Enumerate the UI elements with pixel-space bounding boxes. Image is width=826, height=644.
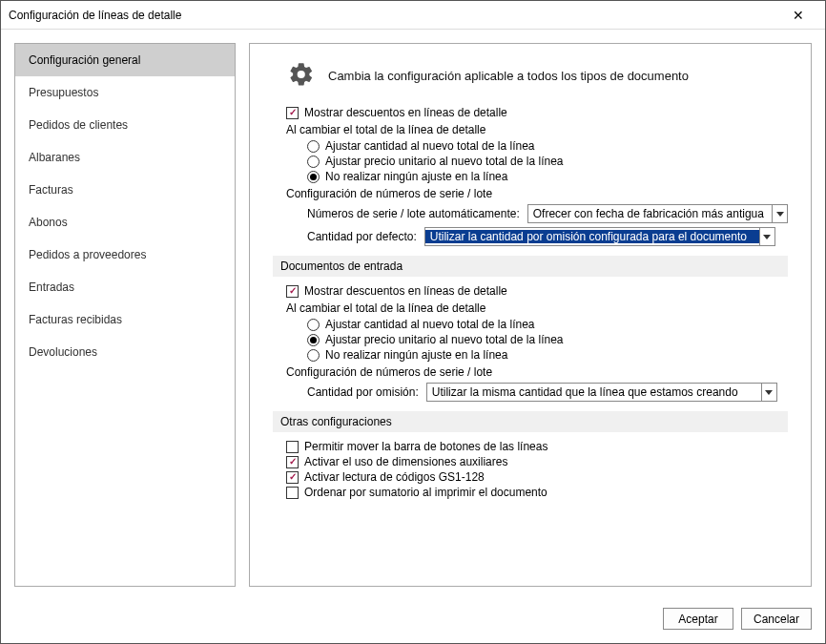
form-label-cantidad-defecto: Cantidad por defecto: xyxy=(307,230,417,243)
sidebar-item[interactable]: Configuración general xyxy=(15,44,235,76)
gear-icon xyxy=(288,61,315,91)
checkbox-label: Activar el uso de dimensiones auxiliares xyxy=(304,455,507,468)
checkbox-row[interactable]: Activar lectura de códigos GS1-128 xyxy=(286,470,788,484)
radio-row[interactable]: Ajustar precio unitario al nuevo total d… xyxy=(307,155,788,168)
sidebar-item[interactable]: Pedidos a proveedores xyxy=(15,239,235,271)
radio-label: No realizar ningún ajuste en la línea xyxy=(325,348,507,362)
radio-row[interactable]: Ajustar precio unitario al nuevo total d… xyxy=(307,333,788,346)
checkbox-label: Ordenar por sumatorio al imprimir el doc… xyxy=(304,486,547,499)
checkbox-icon xyxy=(286,107,299,119)
titlebar-title: Configuración de líneas de detalle xyxy=(9,9,779,22)
group-label-serie-entrada: Configuración de números de serie / lote xyxy=(286,365,788,379)
radio-icon xyxy=(307,334,320,346)
radio-row[interactable]: No realizar ningún ajuste en la línea xyxy=(307,348,788,362)
dialog-footer: Aceptar Cancelar xyxy=(1,600,825,643)
group-label-al-cambiar-salida: Al cambiar el total de la línea de detal… xyxy=(286,123,788,136)
sidebar-item[interactable]: Facturas recibidas xyxy=(15,303,235,336)
form-row-cantidad-defecto: Cantidad por defecto: Utilizar la cantid… xyxy=(307,227,788,246)
sidebar-item[interactable]: Albaranes xyxy=(15,141,235,174)
form-label-cantidad-omision: Cantidad por omisión: xyxy=(307,385,419,399)
radio-row[interactable]: Ajustar cantidad al nuevo total de la lí… xyxy=(307,318,788,331)
sidebar-item[interactable]: Pedidos de clientes xyxy=(15,109,235,141)
group-label-al-cambiar-entrada: Al cambiar el total de la línea de detal… xyxy=(286,301,788,315)
form-row-serie-auto: Números de serie / lote automáticamente:… xyxy=(307,204,788,223)
radio-icon xyxy=(307,171,320,183)
panel-header-title: Cambia la configuración aplicable a todo… xyxy=(328,69,689,83)
checkbox-icon xyxy=(286,285,299,298)
dialog-body: Configuración generalPresupuestosPedidos… xyxy=(1,30,825,600)
sidebar: Configuración generalPresupuestosPedidos… xyxy=(14,43,236,587)
section-header-otras: Otras configuraciones xyxy=(273,411,788,432)
sidebar-item[interactable]: Devoluciones xyxy=(15,336,235,368)
form-label-serie-auto: Números de serie / lote automáticamente: xyxy=(307,207,520,220)
main-panel: Cambia la configuración aplicable a todo… xyxy=(249,43,812,587)
close-icon[interactable]: ✕ xyxy=(779,2,817,29)
section-header-entrada: Documentos de entrada xyxy=(273,256,788,277)
radio-row[interactable]: Ajustar cantidad al nuevo total de la lí… xyxy=(307,139,788,153)
sidebar-item[interactable]: Abonos xyxy=(15,206,235,239)
radio-label: Ajustar cantidad al nuevo total de la lí… xyxy=(325,318,534,331)
radio-row[interactable]: No realizar ningún ajuste en la línea xyxy=(307,170,788,183)
sidebar-item[interactable]: Entradas xyxy=(15,271,235,303)
checkbox-row[interactable]: Ordenar por sumatorio al imprimir el doc… xyxy=(286,486,788,499)
combo-text: Utilizar la cantidad por omisión configu… xyxy=(425,230,759,243)
chevron-down-icon xyxy=(759,228,774,245)
checkbox-icon xyxy=(286,487,299,499)
checkbox-icon xyxy=(286,441,299,453)
checkbox-icon xyxy=(286,471,299,484)
radio-label: Ajustar precio unitario al nuevo total d… xyxy=(325,333,564,346)
panel-header: Cambia la configuración aplicable a todo… xyxy=(250,44,811,98)
radio-label: Ajustar cantidad al nuevo total de la lí… xyxy=(325,139,534,153)
radio-label: Ajustar precio unitario al nuevo total d… xyxy=(325,155,564,168)
combo-cantidad-omision[interactable]: Utilizar la misma cantidad que la línea … xyxy=(426,383,777,402)
accept-button-label: Aceptar xyxy=(678,613,717,626)
checkbox-row-mostrar-descuentos-salida[interactable]: Mostrar descuentos en líneas de detalle xyxy=(286,106,788,119)
dialog-window: Configuración de líneas de detalle ✕ Con… xyxy=(0,0,826,644)
content-scroll[interactable]: Mostrar descuentos en líneas de detalle … xyxy=(250,98,811,586)
accept-button[interactable]: Aceptar xyxy=(663,608,733,630)
checkbox-label: Mostrar descuentos en líneas de detalle xyxy=(304,284,507,298)
chevron-down-icon xyxy=(761,384,776,401)
radio-icon xyxy=(307,319,320,331)
cancel-button[interactable]: Cancelar xyxy=(741,608,812,630)
radio-icon xyxy=(307,140,320,153)
radio-icon xyxy=(307,156,320,168)
form-row-cantidad-omision: Cantidad por omisión: Utilizar la misma … xyxy=(307,383,788,402)
checkbox-label: Activar lectura de códigos GS1-128 xyxy=(304,470,485,484)
group-label-serie-salida: Configuración de números de serie / lote xyxy=(286,187,788,200)
combo-text: Ofrecer con fecha de fabricación más ant… xyxy=(528,207,772,220)
sidebar-item[interactable]: Facturas xyxy=(15,174,235,206)
checkbox-row-mostrar-descuentos-entrada[interactable]: Mostrar descuentos en líneas de detalle xyxy=(286,284,788,298)
sidebar-item[interactable]: Presupuestos xyxy=(15,76,235,109)
checkbox-row[interactable]: Activar el uso de dimensiones auxiliares xyxy=(286,455,788,468)
cancel-button-label: Cancelar xyxy=(754,613,799,626)
checkbox-icon xyxy=(286,456,299,468)
combo-cantidad-defecto[interactable]: Utilizar la cantidad por omisión configu… xyxy=(424,227,775,246)
chevron-down-icon xyxy=(772,205,787,222)
radio-icon xyxy=(307,349,320,362)
checkbox-label: Mostrar descuentos en líneas de detalle xyxy=(304,106,507,119)
combo-text: Utilizar la misma cantidad que la línea … xyxy=(427,385,761,399)
checkbox-row[interactable]: Permitir mover la barra de botones de la… xyxy=(286,440,788,453)
radio-label: No realizar ningún ajuste en la línea xyxy=(325,170,507,183)
titlebar: Configuración de líneas de detalle ✕ xyxy=(1,1,825,30)
combo-serie-auto[interactable]: Ofrecer con fecha de fabricación más ant… xyxy=(527,204,788,223)
content-inner: Mostrar descuentos en líneas de detalle … xyxy=(250,106,811,499)
checkbox-label: Permitir mover la barra de botones de la… xyxy=(304,440,547,453)
